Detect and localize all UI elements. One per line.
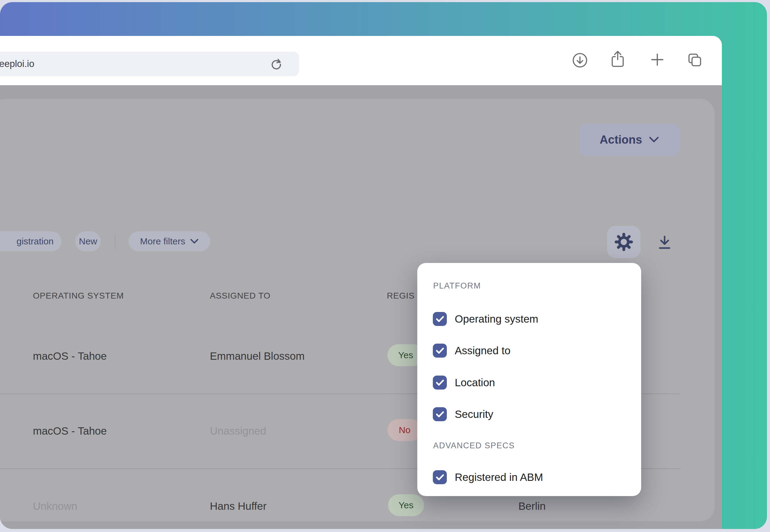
cell-location: Berlin xyxy=(518,500,545,512)
checkbox-checked[interactable] xyxy=(433,344,447,358)
cell-operating-system: macOS - Tahoe xyxy=(33,350,107,362)
checkbox-checked[interactable] xyxy=(433,376,447,390)
filter-chip-new[interactable]: New xyxy=(75,231,101,251)
checkbox-checked[interactable] xyxy=(433,407,447,421)
cell-operating-system: Unknown xyxy=(33,500,77,512)
share-icon[interactable] xyxy=(609,50,626,69)
column-settings-button[interactable] xyxy=(607,226,641,258)
registration-badge: No xyxy=(387,419,422,441)
chevron-down-icon xyxy=(649,136,659,143)
popover-section-label: ADVANCED SPECS xyxy=(433,441,515,450)
filter-chip-label: More filters xyxy=(140,236,185,247)
checkbox-label: Security xyxy=(455,408,493,420)
actions-button-label: Actions xyxy=(600,133,642,146)
address-bar[interactable]: deeploi.io xyxy=(0,52,299,76)
column-header-operating-system[interactable]: OPERATING SYSTEM xyxy=(33,291,124,301)
checkbox-label: Operating system xyxy=(455,313,538,325)
popover-checkbox-location[interactable]: Location xyxy=(433,376,495,390)
popover-checkbox-operating-system[interactable]: Operating system xyxy=(433,312,538,326)
registration-badge: Yes xyxy=(388,494,424,516)
gear-icon xyxy=(614,232,634,252)
popover-section-label: PLATFORM xyxy=(433,281,481,291)
checkmark-icon xyxy=(436,348,444,354)
popover-checkbox-assigned-to[interactable]: Assigned to xyxy=(433,344,510,358)
new-tab-icon[interactable] xyxy=(649,52,665,68)
cell-assigned-to: Unassigned xyxy=(210,425,266,437)
checkbox-checked[interactable] xyxy=(433,312,447,326)
checkbox-label: Registered in ABM xyxy=(455,471,543,483)
checkmark-icon xyxy=(436,380,444,386)
chevron-down-icon xyxy=(190,239,199,244)
more-filters-button[interactable]: More filters xyxy=(128,231,210,251)
checkbox-checked[interactable] xyxy=(433,470,447,484)
column-header-assigned-to[interactable]: ASSIGNED TO xyxy=(210,291,271,301)
checkbox-label: Location xyxy=(455,376,495,389)
filter-chip-label: New xyxy=(79,236,97,247)
checkmark-icon xyxy=(436,316,444,322)
popover-checkbox-security[interactable]: Security xyxy=(433,407,493,421)
download-icon xyxy=(657,235,672,250)
cell-assigned-to: Hans Huffer xyxy=(210,500,267,512)
column-header-registration[interactable]: REGIS xyxy=(387,291,415,301)
address-bar-url: deeploi.io xyxy=(0,52,34,76)
reload-icon[interactable] xyxy=(269,57,283,71)
popover-checkbox-registered-in-abm[interactable]: Registered in ABM xyxy=(433,470,543,484)
filter-chip-label: gistration xyxy=(16,236,54,247)
screenshot: deeploi.io xyxy=(0,0,770,532)
cell-operating-system: macOS - Tahoe xyxy=(33,425,107,437)
filter-chip-registration[interactable]: gistration xyxy=(0,231,61,251)
checkmark-icon xyxy=(436,411,444,418)
browser-toolbar: deeploi.io xyxy=(0,36,722,85)
tab-overview-icon[interactable] xyxy=(686,52,703,69)
filter-bar-divider xyxy=(115,233,115,249)
column-settings-popover: PLATFORM Operating system Assigned to Lo… xyxy=(417,263,641,496)
export-download-button[interactable] xyxy=(657,235,672,249)
checkmark-icon xyxy=(436,474,444,481)
rounded-frame: deeploi.io xyxy=(0,2,767,529)
cell-assigned-to: Emmanuel Blossom xyxy=(210,350,305,362)
actions-button[interactable]: Actions xyxy=(579,124,680,156)
checkbox-label: Assigned to xyxy=(455,345,510,357)
downloads-icon[interactable] xyxy=(571,52,589,69)
